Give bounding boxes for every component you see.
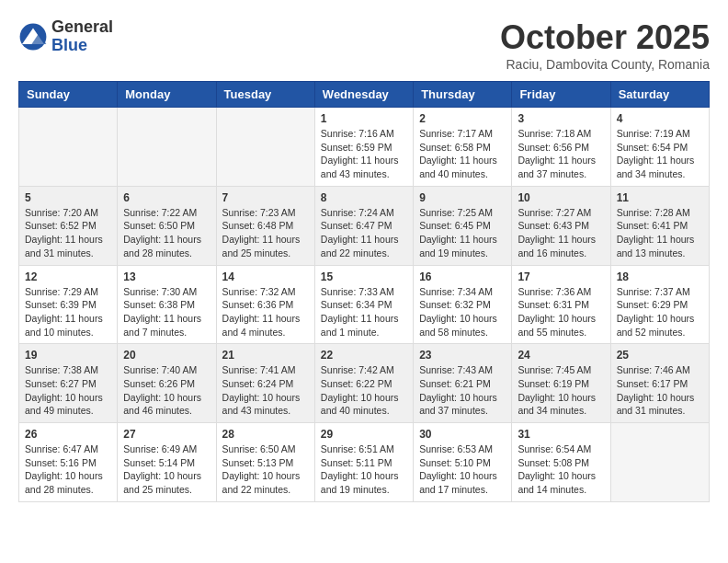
day-info: Sunrise: 6:51 AM Sunset: 5:11 PM Dayligh…: [321, 442, 407, 497]
calendar-cell: 31Sunrise: 6:54 AM Sunset: 5:08 PM Dayli…: [512, 423, 610, 502]
day-number: 17: [518, 270, 604, 283]
day-info: Sunrise: 7:22 AM Sunset: 6:50 PM Dayligh…: [123, 206, 210, 260]
day-info: Sunrise: 7:17 AM Sunset: 6:58 PM Dayligh…: [419, 127, 506, 181]
day-number: 28: [222, 428, 309, 441]
day-number: 15: [321, 270, 407, 283]
calendar-cell: 6Sunrise: 7:22 AM Sunset: 6:50 PM Daylig…: [118, 186, 216, 265]
day-info: Sunrise: 7:19 AM Sunset: 6:54 PM Dayligh…: [617, 127, 703, 181]
day-info: Sunrise: 7:36 AM Sunset: 6:31 PM Dayligh…: [518, 285, 604, 339]
calendar-cell: 27Sunrise: 6:49 AM Sunset: 5:14 PM Dayli…: [118, 423, 216, 502]
calendar-cell: [610, 423, 709, 502]
calendar-cell: 14Sunrise: 7:32 AM Sunset: 6:36 PM Dayli…: [216, 265, 314, 344]
calendar-header-thursday: Thursday: [414, 82, 512, 108]
day-number: 22: [321, 349, 407, 362]
calendar-cell: 8Sunrise: 7:24 AM Sunset: 6:47 PM Daylig…: [314, 186, 413, 265]
day-number: 21: [222, 349, 309, 362]
day-number: 19: [25, 349, 111, 362]
calendar-cell: 26Sunrise: 6:47 AM Sunset: 5:16 PM Dayli…: [19, 423, 118, 502]
day-number: 10: [518, 191, 604, 204]
calendar-week-4: 19Sunrise: 7:38 AM Sunset: 6:27 PM Dayli…: [19, 344, 710, 423]
day-info: Sunrise: 7:32 AM Sunset: 6:36 PM Dayligh…: [222, 285, 309, 339]
calendar-cell: 24Sunrise: 7:45 AM Sunset: 6:19 PM Dayli…: [512, 344, 610, 423]
calendar-cell: 19Sunrise: 7:38 AM Sunset: 6:27 PM Dayli…: [19, 344, 118, 423]
calendar-cell: 30Sunrise: 6:53 AM Sunset: 5:10 PM Dayli…: [414, 423, 512, 502]
calendar-week-2: 5Sunrise: 7:20 AM Sunset: 6:52 PM Daylig…: [19, 186, 710, 265]
calendar-cell: 4Sunrise: 7:19 AM Sunset: 6:54 PM Daylig…: [610, 108, 709, 187]
day-info: Sunrise: 6:53 AM Sunset: 5:10 PM Dayligh…: [419, 442, 506, 497]
calendar-cell: 22Sunrise: 7:42 AM Sunset: 6:22 PM Dayli…: [314, 344, 413, 423]
day-number: 25: [617, 349, 703, 362]
day-number: 4: [617, 112, 703, 125]
logo-blue: Blue: [51, 37, 113, 55]
calendar-week-1: 1Sunrise: 7:16 AM Sunset: 6:59 PM Daylig…: [19, 108, 710, 187]
calendar-cell: 29Sunrise: 6:51 AM Sunset: 5:11 PM Dayli…: [314, 423, 413, 502]
day-info: Sunrise: 7:30 AM Sunset: 6:38 PM Dayligh…: [123, 285, 210, 339]
day-info: Sunrise: 7:23 AM Sunset: 6:48 PM Dayligh…: [222, 206, 309, 260]
day-info: Sunrise: 7:43 AM Sunset: 6:21 PM Dayligh…: [419, 363, 506, 418]
day-info: Sunrise: 7:38 AM Sunset: 6:27 PM Dayligh…: [25, 363, 111, 418]
calendar-table: SundayMondayTuesdayWednesdayThursdayFrid…: [18, 81, 710, 502]
calendar-cell: 3Sunrise: 7:18 AM Sunset: 6:56 PM Daylig…: [512, 108, 610, 187]
day-info: Sunrise: 7:45 AM Sunset: 6:19 PM Dayligh…: [518, 363, 604, 418]
calendar-header-tuesday: Tuesday: [216, 82, 314, 108]
calendar-cell: [118, 108, 216, 187]
logo-icon: [18, 22, 48, 52]
calendar-header-wednesday: Wednesday: [314, 82, 413, 108]
day-number: 1: [321, 112, 407, 125]
day-number: 31: [518, 428, 604, 441]
day-number: 12: [25, 270, 111, 283]
calendar-cell: 5Sunrise: 7:20 AM Sunset: 6:52 PM Daylig…: [19, 186, 118, 265]
calendar-week-3: 12Sunrise: 7:29 AM Sunset: 6:39 PM Dayli…: [19, 265, 710, 344]
logo: General Blue: [18, 18, 113, 55]
day-number: 8: [321, 191, 407, 204]
day-number: 23: [419, 349, 506, 362]
calendar-cell: 2Sunrise: 7:17 AM Sunset: 6:58 PM Daylig…: [414, 108, 512, 187]
calendar-cell: 15Sunrise: 7:33 AM Sunset: 6:34 PM Dayli…: [314, 265, 413, 344]
calendar-cell: 21Sunrise: 7:41 AM Sunset: 6:24 PM Dayli…: [216, 344, 314, 423]
calendar-cell: 10Sunrise: 7:27 AM Sunset: 6:43 PM Dayli…: [512, 186, 610, 265]
calendar-cell: 18Sunrise: 7:37 AM Sunset: 6:29 PM Dayli…: [610, 265, 709, 344]
day-number: 9: [419, 191, 506, 204]
day-number: 24: [518, 349, 604, 362]
day-number: 14: [222, 270, 309, 283]
day-info: Sunrise: 7:29 AM Sunset: 6:39 PM Dayligh…: [25, 285, 111, 339]
day-number: 11: [617, 191, 703, 204]
calendar-header-friday: Friday: [512, 82, 610, 108]
day-number: 18: [617, 270, 703, 283]
day-number: 6: [123, 191, 210, 204]
calendar-cell: 1Sunrise: 7:16 AM Sunset: 6:59 PM Daylig…: [314, 108, 413, 187]
logo-text: General Blue: [51, 18, 113, 55]
day-number: 5: [25, 191, 111, 204]
logo-general: General: [51, 18, 113, 37]
calendar-header-sunday: Sunday: [19, 82, 118, 108]
calendar-header-row: SundayMondayTuesdayWednesdayThursdayFrid…: [19, 82, 710, 108]
day-number: 7: [222, 191, 309, 204]
calendar-cell: 9Sunrise: 7:25 AM Sunset: 6:45 PM Daylig…: [414, 186, 512, 265]
day-info: Sunrise: 7:20 AM Sunset: 6:52 PM Dayligh…: [25, 206, 111, 260]
day-number: 26: [25, 428, 111, 441]
calendar-cell: 17Sunrise: 7:36 AM Sunset: 6:31 PM Dayli…: [512, 265, 610, 344]
calendar-cell: 28Sunrise: 6:50 AM Sunset: 5:13 PM Dayli…: [216, 423, 314, 502]
day-info: Sunrise: 7:16 AM Sunset: 6:59 PM Dayligh…: [321, 127, 407, 181]
calendar-header-saturday: Saturday: [610, 82, 709, 108]
day-info: Sunrise: 7:28 AM Sunset: 6:41 PM Dayligh…: [617, 206, 703, 260]
calendar-cell: 20Sunrise: 7:40 AM Sunset: 6:26 PM Dayli…: [118, 344, 216, 423]
day-info: Sunrise: 6:50 AM Sunset: 5:13 PM Dayligh…: [222, 442, 309, 497]
day-info: Sunrise: 7:46 AM Sunset: 6:17 PM Dayligh…: [617, 363, 703, 418]
day-info: Sunrise: 7:33 AM Sunset: 6:34 PM Dayligh…: [321, 285, 407, 339]
day-number: 16: [419, 270, 506, 283]
day-info: Sunrise: 6:54 AM Sunset: 5:08 PM Dayligh…: [518, 442, 604, 497]
day-number: 20: [123, 349, 210, 362]
day-info: Sunrise: 7:25 AM Sunset: 6:45 PM Dayligh…: [419, 206, 506, 260]
day-info: Sunrise: 7:24 AM Sunset: 6:47 PM Dayligh…: [321, 206, 407, 260]
calendar-cell: 16Sunrise: 7:34 AM Sunset: 6:32 PM Dayli…: [414, 265, 512, 344]
day-info: Sunrise: 7:27 AM Sunset: 6:43 PM Dayligh…: [518, 206, 604, 260]
calendar-cell: 25Sunrise: 7:46 AM Sunset: 6:17 PM Dayli…: [610, 344, 709, 423]
day-info: Sunrise: 6:49 AM Sunset: 5:14 PM Dayligh…: [123, 442, 210, 497]
calendar-header-monday: Monday: [118, 82, 216, 108]
day-info: Sunrise: 7:40 AM Sunset: 6:26 PM Dayligh…: [123, 363, 210, 418]
calendar-cell: 11Sunrise: 7:28 AM Sunset: 6:41 PM Dayli…: [610, 186, 709, 265]
page-header: General Blue October 2025 Raciu, Dambovi…: [18, 18, 710, 72]
day-number: 2: [419, 112, 506, 125]
month-title: October 2025: [500, 18, 710, 57]
